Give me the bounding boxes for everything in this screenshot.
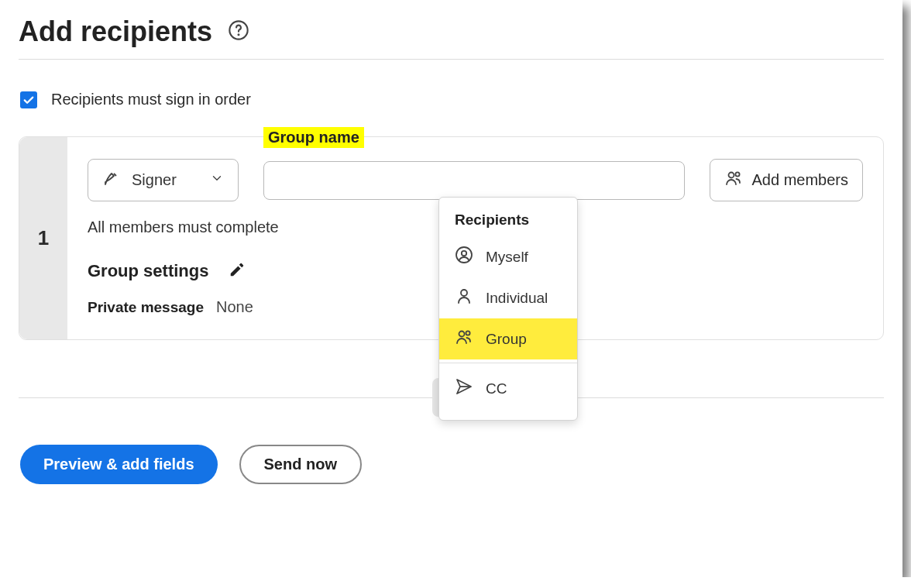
popover-item-label: Individual: [486, 290, 548, 307]
popover-item-group[interactable]: Group: [439, 318, 577, 359]
private-message-value: None: [216, 298, 253, 316]
svg-point-1: [238, 34, 239, 36]
add-members-button[interactable]: Add members: [710, 159, 864, 201]
svg-point-8: [466, 331, 469, 335]
help-icon[interactable]: [228, 19, 249, 44]
add-members-label: Add members: [752, 171, 849, 189]
group-icon: [455, 328, 473, 350]
page-title: Add recipients: [19, 15, 212, 48]
svg-point-2: [728, 173, 734, 178]
svg-point-5: [462, 251, 466, 256]
cc-icon: [455, 377, 473, 400]
sign-in-order-label: Recipients must sign in order: [51, 91, 251, 108]
group-settings-label: Group settings: [88, 261, 208, 281]
popover-item-label: Myself: [486, 249, 528, 266]
group-name-input[interactable]: [263, 161, 685, 200]
send-now-button[interactable]: Send now: [239, 445, 362, 484]
private-message-label: Private message: [88, 299, 204, 316]
popover-item-label: Group: [486, 331, 527, 348]
myself-icon: [455, 246, 473, 268]
svg-point-3: [735, 172, 739, 176]
send-button-label: Send now: [264, 456, 337, 473]
order-number: 1: [38, 226, 49, 250]
chevron-down-icon: [210, 171, 224, 189]
recipient-order-number: 1: [19, 137, 67, 339]
popover-item-myself[interactable]: Myself: [439, 236, 577, 277]
preview-button-label: Preview & add fields: [43, 456, 194, 473]
group-name-label: Group name: [263, 127, 364, 148]
preview-add-fields-button[interactable]: Preview & add fields: [20, 445, 218, 484]
edit-icon[interactable]: [229, 261, 246, 281]
individual-icon: [455, 287, 473, 309]
role-label: Signer: [132, 171, 177, 189]
popover-item-cc[interactable]: CC: [439, 363, 577, 409]
signer-icon: [102, 169, 121, 191]
popover-item-individual[interactable]: Individual: [439, 277, 577, 318]
popover-heading: Recipients: [439, 211, 577, 236]
popover-item-label: CC: [486, 380, 507, 397]
members-icon: [724, 169, 743, 191]
recipients-popover: Recipients Myself Individual: [438, 197, 578, 421]
role-select[interactable]: Signer: [88, 159, 239, 201]
svg-point-6: [461, 290, 467, 296]
sign-in-order-checkbox[interactable]: [20, 91, 37, 108]
svg-point-7: [459, 332, 465, 337]
